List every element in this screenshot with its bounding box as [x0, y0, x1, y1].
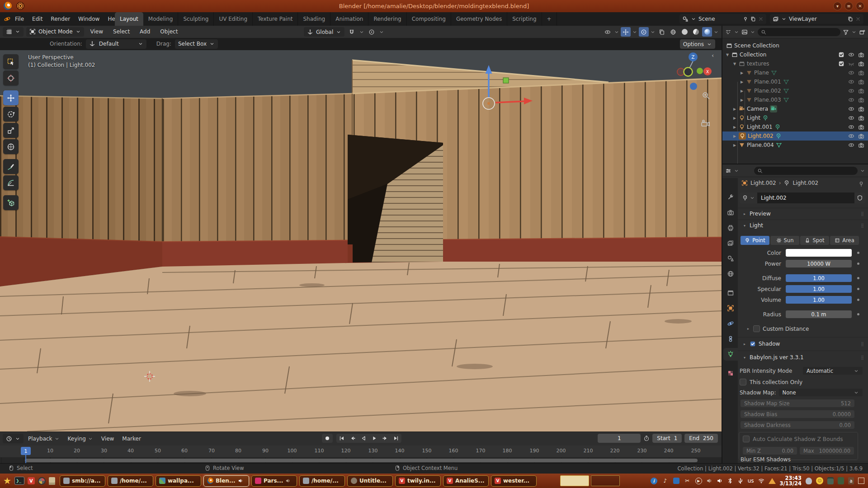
- tray-calculator-icon[interactable]: [827, 477, 834, 484]
- collection-only-row[interactable]: This collection Only: [740, 379, 802, 385]
- tool-select-box[interactable]: [3, 54, 19, 69]
- data-name-input[interactable]: Light.002: [757, 192, 854, 203]
- end-frame-field[interactable]: End 250: [684, 434, 718, 443]
- menu-view-timeline[interactable]: View: [98, 436, 118, 442]
- playhead[interactable]: 1: [21, 447, 31, 455]
- shading-rendered-icon[interactable]: [702, 27, 712, 37]
- max-z-field[interactable]: Max1000000.00: [800, 447, 854, 455]
- chevron-down-icon[interactable]: [650, 29, 656, 35]
- jump-to-start-button[interactable]: [336, 434, 347, 443]
- timeline-ruler[interactable]: 10 20 30 40 50 60 70 80 90 100 110 120 1…: [0, 446, 722, 457]
- panel-blur-esm[interactable]: Blur ESM Shadows: [741, 456, 791, 463]
- expand-icon[interactable]: ▶: [740, 98, 744, 102]
- new-collection-icon[interactable]: [859, 29, 865, 35]
- tab-constraints[interactable]: [723, 333, 738, 345]
- drag-dots[interactable]: ⣿: [861, 342, 864, 346]
- chevron-down-icon[interactable]: [614, 29, 619, 35]
- panel-light[interactable]: ▾Light: [742, 222, 763, 229]
- disable-render-icon[interactable]: [858, 61, 864, 67]
- animate-dot[interactable]: [857, 277, 859, 279]
- hide-eye-icon[interactable]: [848, 106, 854, 112]
- disable-render-icon[interactable]: [858, 115, 864, 121]
- expand-icon[interactable]: ▶: [740, 80, 744, 84]
- viewport-canvas[interactable]: Z X ‹ User Perspective (1) Collection | …: [0, 50, 722, 432]
- taskbar-window-home2[interactable]: /home/...: [299, 475, 345, 487]
- custom-distance-checkbox[interactable]: [753, 325, 760, 332]
- hide-eye-icon[interactable]: [848, 79, 854, 85]
- hide-eye-icon[interactable]: [848, 52, 854, 58]
- shading-wireframe-icon[interactable]: [668, 27, 678, 37]
- chevron-down-icon[interactable]: [632, 29, 637, 35]
- snap-magnet-icon[interactable]: [347, 27, 357, 37]
- pin-icon[interactable]: [743, 16, 748, 22]
- disable-render-icon[interactable]: [858, 88, 864, 94]
- taskbar-window-home1[interactable]: /home/...: [108, 475, 153, 487]
- tray-pigeon-icon[interactable]: [806, 478, 812, 484]
- filter-icon[interactable]: [843, 29, 849, 35]
- tab-texture[interactable]: [723, 367, 738, 380]
- orientation-dropdown[interactable]: Global: [304, 27, 344, 37]
- chevron-down-icon[interactable]: [734, 168, 739, 174]
- disable-render-icon[interactable]: [858, 106, 864, 112]
- taskbar-window-analies[interactable]: VAnalieS...: [443, 475, 489, 487]
- window-menu-button[interactable]: ≡: [844, 2, 853, 10]
- breadcrumb-data[interactable]: Light.002: [793, 180, 818, 186]
- diffuse-slider[interactable]: 1.00: [786, 274, 852, 282]
- blender-menu-icon[interactable]: [4, 15, 11, 23]
- previous-keyframe-button[interactable]: [347, 434, 358, 443]
- disable-render-icon[interactable]: [858, 133, 864, 139]
- checkbox-icon[interactable]: [838, 52, 844, 58]
- tool-annotate[interactable]: [3, 159, 19, 174]
- taskbar-window-wallpaper[interactable]: wallpa...: [156, 475, 201, 487]
- tool-transform[interactable]: [3, 139, 19, 154]
- menu-view[interactable]: View: [87, 28, 107, 35]
- expand-icon[interactable]: ▶: [732, 107, 737, 111]
- tab-geometry-nodes[interactable]: Geometry Nodes: [451, 12, 507, 26]
- show-gizmo-icon[interactable]: [621, 27, 631, 37]
- tray-bluetooth-icon[interactable]: [727, 478, 733, 484]
- menu-window[interactable]: Window: [74, 12, 104, 26]
- drag-dropdown[interactable]: Select Box: [175, 39, 218, 49]
- unlink-scene-icon[interactable]: [758, 16, 764, 22]
- wheel-icon[interactable]: [38, 477, 46, 485]
- shadow-bias-field[interactable]: Shadow Bias0.0000: [741, 410, 854, 418]
- taskbar-window-wester[interactable]: Vwester...: [491, 475, 537, 487]
- tray-plant-icon[interactable]: [838, 477, 844, 484]
- tray-smiley-icon[interactable]: ☺: [816, 477, 823, 484]
- timeline-scrollbar[interactable]: [25, 459, 698, 462]
- animate-dot[interactable]: [857, 313, 859, 315]
- new-viewlayer-icon[interactable]: [848, 16, 853, 22]
- menu-select[interactable]: Select: [109, 28, 133, 35]
- expand-icon[interactable]: ▶: [732, 143, 737, 147]
- shading-material-icon[interactable]: [691, 27, 701, 37]
- outliner-row-textures[interactable]: ▼ textures: [722, 59, 868, 68]
- panel-shadow[interactable]: ▸ Shadow: [742, 341, 780, 347]
- light-type-spot[interactable]: Spot: [800, 236, 829, 245]
- editor-divider-vertical[interactable]: [722, 26, 722, 463]
- gizmo-plane-handle[interactable]: [503, 78, 509, 83]
- disable-render-icon[interactable]: [858, 124, 864, 130]
- chevron-down-icon[interactable]: [734, 29, 739, 35]
- panel-preview[interactable]: ▸Preview: [742, 211, 771, 217]
- scene-selector[interactable]: Scene: [679, 14, 766, 24]
- disable-render-icon[interactable]: [858, 70, 864, 76]
- hide-eye-icon[interactable]: [848, 88, 854, 94]
- radius-field[interactable]: 0.1 m: [786, 310, 852, 318]
- tab-view-layer[interactable]: [723, 237, 738, 249]
- specular-slider[interactable]: 1.00: [786, 285, 852, 293]
- outliner-row-light001[interactable]: ▶ Light.001: [722, 122, 868, 131]
- tray-app-icon[interactable]: [673, 478, 679, 484]
- collapse-sidebar-icon[interactable]: ‹: [712, 52, 714, 59]
- shadow-checkbox[interactable]: [750, 341, 756, 347]
- chevron-down-icon[interactable]: [359, 29, 364, 35]
- expand-icon[interactable]: ▶: [740, 89, 744, 93]
- expand-icon[interactable]: ▶: [732, 125, 737, 129]
- tool-measure[interactable]: [3, 175, 19, 190]
- add-workspace-button[interactable]: +: [542, 12, 557, 26]
- shadow-map-size-field[interactable]: Shadow Map Size512: [741, 399, 854, 407]
- drag-dots[interactable]: ⣿: [861, 211, 864, 216]
- proportional-editing-icon[interactable]: [367, 27, 377, 37]
- hide-eye-closed-icon[interactable]: [848, 61, 854, 67]
- taskbar-window-parsec[interactable]: Pars...: [251, 475, 297, 487]
- stopwatch-icon[interactable]: [643, 435, 650, 441]
